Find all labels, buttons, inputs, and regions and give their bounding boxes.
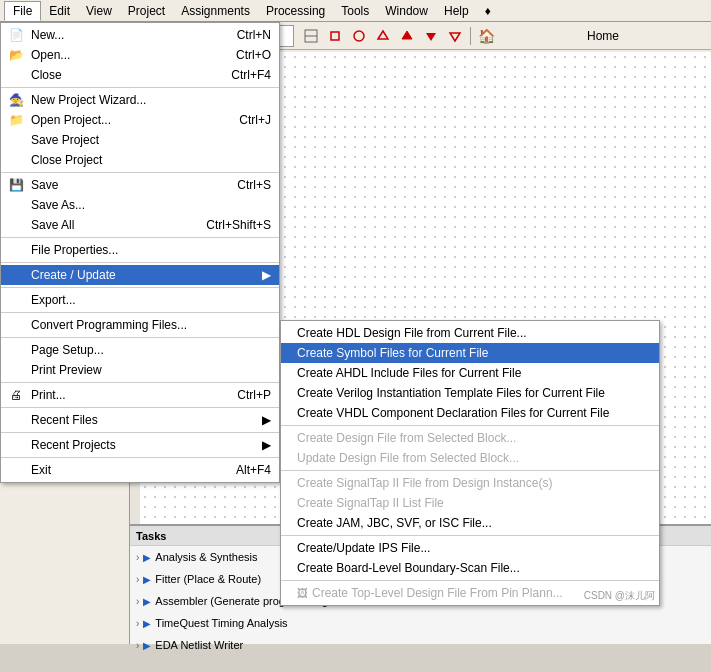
menu-save-all[interactable]: Save All Ctrl+Shift+S <box>1 215 279 235</box>
menu-print-preview[interactable]: Print Preview <box>1 360 279 380</box>
create-design-block-label: Create Design File from Selected Block..… <box>297 431 516 445</box>
menu-new[interactable]: 📄 New... Ctrl+N <box>1 25 279 45</box>
submenu-update-design-block[interactable]: Update Design File from Selected Block..… <box>281 448 659 468</box>
open-shortcut: Ctrl+O <box>216 48 271 62</box>
create-verilog-label: Create Verilog Instantiation Template Fi… <box>297 386 605 400</box>
submenu-create-hdl[interactable]: Create HDL Design File from Current File… <box>281 323 659 343</box>
menu-convert-programming[interactable]: Convert Programming Files... <box>1 315 279 335</box>
open-label: Open... <box>31 48 70 62</box>
create-hdl-label: Create HDL Design File from Current File… <box>297 326 527 340</box>
menu-exit[interactable]: Exit Alt+F4 <box>1 460 279 480</box>
menu-file-properties[interactable]: File Properties... <box>1 240 279 260</box>
save-icon: 💾 <box>5 178 27 192</box>
sep-2 <box>1 172 279 173</box>
menu-new-project-wizard[interactable]: 🧙 New Project Wizard... <box>1 90 279 110</box>
toolbar-btn-2[interactable] <box>324 25 346 47</box>
toolbar-btn-6[interactable] <box>420 25 442 47</box>
toolbar-btn-5[interactable] <box>396 25 418 47</box>
menu-recent-files[interactable]: Recent Files ▶ <box>1 410 279 430</box>
sep-5 <box>1 287 279 288</box>
menu-export[interactable]: Export... <box>1 290 279 310</box>
menu-open[interactable]: 📂 Open... Ctrl+O <box>1 45 279 65</box>
file-menu: 📄 New... Ctrl+N 📂 Open... Ctrl+O Close C… <box>0 22 280 483</box>
menu-item-window[interactable]: Window <box>377 2 436 20</box>
menu-item-view[interactable]: View <box>78 2 120 20</box>
submenu-create-verilog[interactable]: Create Verilog Instantiation Template Fi… <box>281 383 659 403</box>
submenu-create-symbol[interactable]: Create Symbol Files for Current File <box>281 343 659 363</box>
save-as-label: Save As... <box>31 198 85 212</box>
create-update-submenu: Create HDL Design File from Current File… <box>280 320 660 606</box>
task-label-2: Fitter (Place & Route) <box>155 573 261 585</box>
toolbar-sep-1 <box>470 27 471 45</box>
sub-sep-2 <box>281 470 659 471</box>
toolbar-btn-3[interactable] <box>348 25 370 47</box>
menu-item-edit[interactable]: Edit <box>41 2 78 20</box>
recent-projects-arrow: ▶ <box>242 438 271 452</box>
task-row-4[interactable]: › ▶ TimeQuest Timing Analysis <box>130 612 711 634</box>
menu-item-tools[interactable]: Tools <box>333 2 377 20</box>
menu-save-project[interactable]: Save Project <box>1 130 279 150</box>
menu-item-assignments[interactable]: Assignments <box>173 2 258 20</box>
svg-marker-5 <box>402 31 412 39</box>
create-ips-label: Create/Update IPS File... <box>297 541 430 555</box>
menu-item-diamond[interactable]: ♦ <box>477 2 499 20</box>
submenu-create-jam[interactable]: Create JAM, JBC, SVF, or ISC File... <box>281 513 659 533</box>
menu-save[interactable]: 💾 Save Ctrl+S <box>1 175 279 195</box>
task-row-5[interactable]: › ▶ EDA Netlist Writer <box>130 634 711 656</box>
close-label: Close <box>31 68 62 82</box>
exit-label: Exit <box>31 463 51 477</box>
submenu-create-ips[interactable]: Create/Update IPS File... <box>281 538 659 558</box>
task-arrow-2: › <box>136 574 139 585</box>
toolbar-btn-1[interactable] <box>300 25 322 47</box>
sep-9 <box>1 407 279 408</box>
menu-create-update[interactable]: Create / Update ▶ <box>1 265 279 285</box>
toolbar-btn-4[interactable] <box>372 25 394 47</box>
svg-marker-2 <box>331 32 339 40</box>
export-label: Export... <box>31 293 76 307</box>
submenu-create-signaltap-list[interactable]: Create SignalTap II List File <box>281 493 659 513</box>
create-top-level-label: Create Top-Level Design File From Pin Pl… <box>312 586 563 600</box>
task-label-4: TimeQuest Timing Analysis <box>155 617 287 629</box>
menu-recent-projects[interactable]: Recent Projects ▶ <box>1 435 279 455</box>
open-project-shortcut: Ctrl+J <box>219 113 271 127</box>
menu-page-setup[interactable]: Page Setup... <box>1 340 279 360</box>
menu-item-project[interactable]: Project <box>120 2 173 20</box>
create-signaltap-list-label: Create SignalTap II List File <box>297 496 444 510</box>
create-update-label: Create / Update <box>31 268 116 282</box>
save-all-label: Save All <box>31 218 74 232</box>
task-arrow-4: › <box>136 618 139 629</box>
toolbar-btn-7[interactable] <box>444 25 466 47</box>
menu-close-project[interactable]: Close Project <box>1 150 279 170</box>
submenu-create-signaltap[interactable]: Create SignalTap II File from Design Ins… <box>281 473 659 493</box>
task-arrow-5: › <box>136 640 139 651</box>
menu-print[interactable]: 🖨 Print... Ctrl+P <box>1 385 279 405</box>
save-project-label: Save Project <box>31 133 99 147</box>
menu-save-as[interactable]: Save As... <box>1 195 279 215</box>
print-icon: 🖨 <box>5 388 27 402</box>
menu-close[interactable]: Close Ctrl+F4 <box>1 65 279 85</box>
menu-item-processing[interactable]: Processing <box>258 2 333 20</box>
menu-item-file[interactable]: File <box>4 1 41 21</box>
sub-sep-4 <box>281 580 659 581</box>
top-level-icon: 🖼 <box>297 587 308 599</box>
task-arrow-1: › <box>136 552 139 563</box>
recent-files-label: Recent Files <box>31 413 98 427</box>
main-area: adder ▼ <box>0 22 711 644</box>
submenu-create-ahdl[interactable]: Create AHDL Include Files for Current Fi… <box>281 363 659 383</box>
sub-sep-3 <box>281 535 659 536</box>
watermark: CSDN @沫儿阿 <box>584 589 655 603</box>
menu-open-project[interactable]: 📁 Open Project... Ctrl+J <box>1 110 279 130</box>
menu-item-help[interactable]: Help <box>436 2 477 20</box>
close-project-label: Close Project <box>31 153 102 167</box>
save-all-shortcut: Ctrl+Shift+S <box>186 218 271 232</box>
home-icon-btn[interactable]: 🏠 <box>475 25 497 47</box>
home-label: Home <box>499 25 707 47</box>
task-icon-4: ▶ <box>143 618 151 629</box>
task-icon-2: ▶ <box>143 574 151 585</box>
submenu-create-board[interactable]: Create Board-Level Boundary-Scan File... <box>281 558 659 578</box>
exit-shortcut: Alt+F4 <box>216 463 271 477</box>
print-preview-label: Print Preview <box>31 363 102 377</box>
submenu-create-vhdl[interactable]: Create VHDL Component Declaration Files … <box>281 403 659 423</box>
submenu-create-design-block[interactable]: Create Design File from Selected Block..… <box>281 428 659 448</box>
open-icon: 📂 <box>5 48 27 62</box>
